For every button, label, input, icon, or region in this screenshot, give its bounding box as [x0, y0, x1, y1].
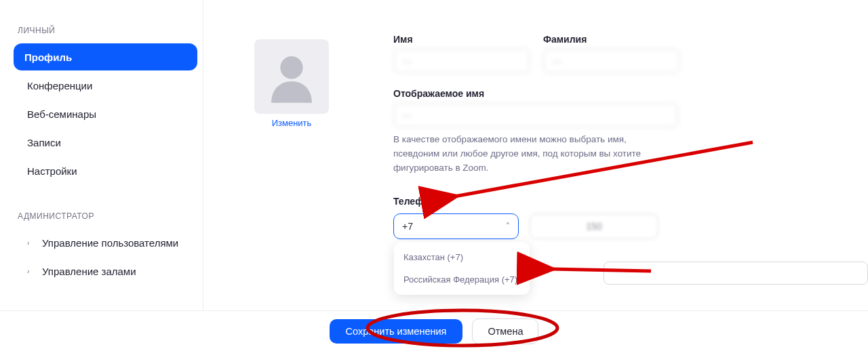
sidebar-item-recordings[interactable]: Записи	[14, 129, 197, 156]
country-code-dropdown: Казахстан (+7) Российская Федерация (+7)	[394, 242, 530, 295]
country-code-value: +7	[402, 221, 506, 232]
sidebar-section-personal: ЛИЧНЫЙ	[18, 26, 193, 35]
chevron-up-icon: ˄	[506, 222, 510, 230]
sidebar: ЛИЧНЫЙ Профиль Конференции Веб-семинары …	[0, 0, 203, 351]
last-name-input[interactable]	[543, 49, 679, 73]
main-content: Изменить Имя Фамилия Отображаемое имя	[203, 0, 868, 351]
extra-input[interactable]	[604, 262, 868, 285]
avatar-change-link[interactable]: Изменить	[251, 118, 332, 128]
avatar[interactable]	[254, 39, 329, 114]
first-name-input[interactable]	[393, 49, 530, 73]
sidebar-item-label: Управление пользователями	[42, 237, 178, 249]
chevron-right-icon: ›	[27, 239, 37, 247]
phone-number-input[interactable]	[530, 213, 658, 239]
first-name-label: Имя	[393, 34, 530, 45]
sidebar-item-label: Профиль	[24, 51, 72, 63]
display-name-help: В качестве отображаемого имени можно выб…	[393, 133, 665, 176]
sidebar-item-user-management[interactable]: › Управление пользователями	[14, 229, 197, 256]
phone-label: Телефон	[393, 196, 678, 207]
sidebar-section-admin: АДМИНИСТРАТОР	[18, 211, 193, 221]
last-name-label: Фамилия	[543, 34, 679, 45]
chevron-right-icon: ›	[27, 268, 37, 275]
sidebar-item-settings[interactable]: Настройки	[14, 157, 197, 184]
dropdown-option-russia[interactable]: Российская Федерация (+7)	[394, 268, 530, 291]
sidebar-item-label: Веб-семинары	[27, 108, 96, 120]
sidebar-item-label: Записи	[27, 137, 61, 148]
save-button[interactable]: Сохранить изменения	[330, 319, 463, 344]
footer-bar: Сохранить изменения Отмена	[0, 310, 868, 351]
country-code-select[interactable]: +7 ˄ Казахстан (+7) Российская Федерация…	[393, 213, 519, 239]
sidebar-item-label: Конференции	[27, 80, 92, 91]
sidebar-item-label: Управление залами	[42, 266, 136, 277]
sidebar-item-meetings[interactable]: Конференции	[14, 72, 197, 99]
sidebar-item-room-management[interactable]: › Управление залами	[14, 257, 197, 285]
display-name-label: Отображаемое имя	[393, 88, 678, 99]
avatar-placeholder-icon	[262, 47, 321, 106]
sidebar-item-profile[interactable]: Профиль	[14, 43, 197, 70]
sidebar-item-label: Настройки	[27, 165, 77, 177]
dropdown-option-kazakhstan[interactable]: Казахстан (+7)	[394, 246, 530, 268]
display-name-input[interactable]	[393, 103, 678, 127]
svg-point-0	[280, 56, 302, 79]
cancel-button[interactable]: Отмена	[472, 318, 538, 344]
sidebar-item-webinars[interactable]: Веб-семинары	[14, 100, 197, 127]
